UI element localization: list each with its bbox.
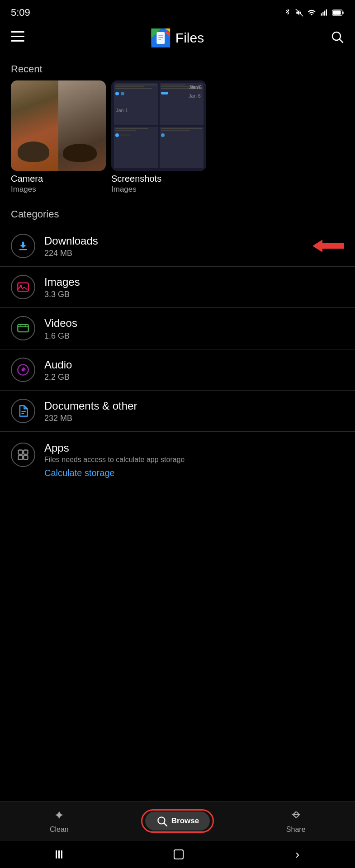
browse-label: Browse xyxy=(171,816,199,826)
apps-icon xyxy=(17,448,29,461)
videos-size: 1.6 GB xyxy=(44,331,344,341)
apps-name: Apps xyxy=(44,441,344,455)
recent-apps-button[interactable] xyxy=(56,850,62,859)
nav-item-clean[interactable]: ✦ Clean xyxy=(0,808,118,834)
share-icon xyxy=(289,808,302,823)
menu-button[interactable] xyxy=(11,31,24,45)
downloads-text: Downloads 224 MB xyxy=(44,234,303,258)
recent-item-camera[interactable]: Camera Images xyxy=(11,80,106,194)
svg-rect-1 xyxy=(321,14,322,16)
category-item-downloads[interactable]: Downloads 224 MB xyxy=(0,226,355,267)
svg-rect-35 xyxy=(19,450,23,454)
camera-label-name: Camera xyxy=(11,174,106,184)
status-icons xyxy=(284,9,344,17)
videos-text: Videos 1.6 GB xyxy=(44,316,344,340)
videos-name: Videos xyxy=(44,316,344,330)
download-icon xyxy=(17,240,29,252)
arrow-head xyxy=(312,240,322,252)
svg-rect-6 xyxy=(333,10,341,15)
svg-rect-8 xyxy=(11,31,24,33)
documents-text: Documents & other 232 MB xyxy=(44,399,344,423)
header-title-group: Files xyxy=(151,28,204,47)
calculate-storage-link[interactable]: Calculate storage xyxy=(44,465,344,478)
red-arrow-indicator xyxy=(312,240,344,252)
svg-rect-7 xyxy=(342,11,344,14)
app-logo-icon xyxy=(151,28,170,47)
images-icon xyxy=(17,281,29,293)
svg-rect-38 xyxy=(24,455,28,459)
status-time: 5:09 xyxy=(11,7,30,19)
images-size: 3.3 GB xyxy=(44,290,344,299)
camera-thumb-right xyxy=(58,80,106,171)
bluetooth-icon xyxy=(284,9,292,17)
categories-section-title: Categories xyxy=(0,201,355,226)
system-nav-bar: ‹ xyxy=(0,841,355,868)
search-button[interactable] xyxy=(331,30,344,46)
recent-grid: Camera Images Jan 6 Jan 6 Jan 1 xyxy=(0,80,355,201)
browse-icon xyxy=(156,815,168,827)
svg-rect-3 xyxy=(324,11,325,16)
screenshots-label-type: Images xyxy=(111,185,206,194)
svg-line-24 xyxy=(340,39,343,42)
browse-icon-pill: Browse xyxy=(145,811,210,830)
categories-section: Categories Downloads 224 MB xyxy=(0,201,355,486)
apps-text: Apps Files needs access to calculate app… xyxy=(44,441,344,478)
category-item-images[interactable]: Images 3.3 GB xyxy=(0,267,355,308)
nav-item-browse[interactable]: Browse xyxy=(118,809,237,833)
screenshots-label-name: Screenshots xyxy=(111,174,206,184)
clean-icon: ✦ xyxy=(54,808,64,823)
app-header: Files xyxy=(0,24,355,56)
arrow-body xyxy=(322,243,344,249)
documents-icon xyxy=(17,405,29,417)
status-bar: 5:09 xyxy=(0,0,355,24)
svg-rect-4 xyxy=(326,9,327,16)
audio-size: 2.2 GB xyxy=(44,373,344,382)
camera-label-type: Images xyxy=(11,185,106,194)
mute-icon xyxy=(295,9,303,17)
apps-subtext: Files needs access to calculate app stor… xyxy=(44,455,344,465)
recent-section: Recent Camera Images Jan 6 Jan 6 Jan 1 xyxy=(0,56,355,201)
clean-label: Clean xyxy=(50,826,69,834)
downloads-size: 224 MB xyxy=(44,249,303,258)
videos-icon-wrap xyxy=(11,316,35,340)
audio-icon-wrap xyxy=(11,358,35,382)
wifi-icon xyxy=(307,9,316,17)
audio-name: Audio xyxy=(44,358,344,372)
audio-text: Audio 2.2 GB xyxy=(44,358,344,382)
documents-icon-wrap xyxy=(11,399,35,423)
bottom-navigation: ✦ Clean Browse Share xyxy=(0,801,355,841)
svg-rect-10 xyxy=(11,40,24,42)
battery-icon xyxy=(332,9,344,17)
images-text: Images 3.3 GB xyxy=(44,275,344,299)
audio-icon xyxy=(17,363,29,376)
svg-rect-36 xyxy=(24,450,28,454)
camera-thumbnail xyxy=(11,80,106,171)
videos-icon xyxy=(17,322,29,335)
svg-point-32 xyxy=(22,368,25,371)
recent-item-screenshots[interactable]: Jan 6 Jan 6 Jan 1 xyxy=(111,80,206,194)
screenshots-thumbnail: Jan 6 Jan 6 Jan 1 xyxy=(111,80,206,171)
svg-rect-2 xyxy=(322,12,323,16)
svg-rect-37 xyxy=(19,455,23,459)
recent-section-title: Recent xyxy=(0,56,355,80)
category-item-apps[interactable]: Apps Files needs access to calculate app… xyxy=(0,432,355,486)
svg-rect-9 xyxy=(11,36,24,37)
svg-line-40 xyxy=(164,823,167,826)
images-icon-wrap xyxy=(11,275,35,299)
signal-icon xyxy=(320,9,329,17)
downloads-name: Downloads xyxy=(44,234,303,248)
home-button[interactable] xyxy=(174,849,184,859)
downloads-icon-wrap xyxy=(11,234,35,258)
app-title: Files xyxy=(175,30,204,46)
documents-name: Documents & other xyxy=(44,399,344,413)
apps-icon-wrap xyxy=(11,443,35,467)
camera-thumb-left xyxy=(11,80,58,171)
share-label: Share xyxy=(286,826,306,834)
images-name: Images xyxy=(44,275,344,289)
category-item-audio[interactable]: Audio 2.2 GB xyxy=(0,349,355,391)
screenshots-thumb-bg: Jan 6 Jan 6 Jan 1 xyxy=(111,80,206,171)
nav-item-share[interactable]: Share xyxy=(237,808,355,834)
category-item-videos[interactable]: Videos 1.6 GB xyxy=(0,308,355,349)
back-button[interactable]: ‹ xyxy=(295,847,299,862)
category-item-documents[interactable]: Documents & other 232 MB xyxy=(0,391,355,432)
